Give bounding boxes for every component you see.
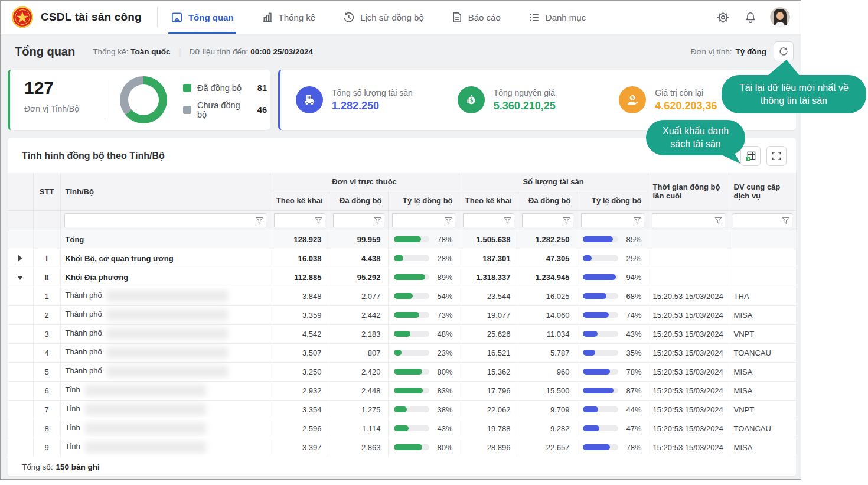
- progress-fill: [394, 331, 411, 337]
- stt-cell: 9: [33, 438, 60, 457]
- progress-label: 25%: [623, 254, 642, 263]
- column-filter: [522, 213, 573, 227]
- progress-track: [394, 331, 429, 337]
- progress-fill: [583, 388, 614, 393]
- filter-funnel-icon[interactable]: [504, 217, 511, 224]
- stt-cell: [33, 230, 60, 249]
- column-filter-input[interactable]: [523, 214, 561, 227]
- units-summary-card: 127 Đơn vị Tỉnh/Bộ Đã đồng bộ 81 Chưa đồ…: [8, 70, 270, 130]
- catalog-icon: [528, 11, 540, 24]
- table-row: 6Tỉnh2.9322.44883%17.79615.50087%15:20:5…: [8, 381, 796, 400]
- asset-count-cell: 19.788: [459, 419, 518, 438]
- subheader: Tổng quan Thống kê: Toàn quốc | Dữ liệu …: [1, 34, 801, 69]
- declared-units-cell: 16.038: [270, 249, 329, 268]
- sync-rate: 48%: [393, 330, 453, 338]
- province-name-cell: Tỉnh: [60, 400, 270, 419]
- expand-cell[interactable]: [8, 249, 33, 268]
- province-name-cell: Thành phố: [60, 324, 270, 343]
- sync-rate: 54%: [393, 292, 453, 301]
- column-filter-input[interactable]: [65, 214, 254, 227]
- column-filter-input[interactable]: [334, 214, 372, 227]
- filter-funnel-icon[interactable]: [782, 217, 789, 224]
- asset-count-cell: 5.787: [518, 343, 577, 362]
- province-name: Tỉnh: [66, 404, 80, 413]
- filter-funnel-icon[interactable]: [256, 217, 263, 224]
- service-provider-cell: MISA: [729, 362, 796, 381]
- province-name: Tổng: [66, 235, 84, 244]
- legend-swatch-green: [183, 84, 191, 92]
- col-sync-rate: Tỷ lệ đồng bộ: [577, 191, 648, 210]
- refresh-button[interactable]: [774, 41, 794, 61]
- progress-label: 28%: [434, 254, 453, 263]
- sync-rate: 80%: [393, 443, 453, 452]
- tab-bao-cao[interactable]: Báo cáo: [451, 1, 501, 34]
- declared-units-cell: 2.596: [270, 419, 329, 438]
- declared-units-cell: 112.885: [270, 268, 329, 287]
- filter-funnel-icon[interactable]: [445, 217, 452, 224]
- tooltip-refresh: Tải lại dữ liệu mới nhất về thông tin tà…: [722, 75, 866, 113]
- column-filter-input[interactable]: [733, 214, 780, 227]
- declared-units-cell: 2.077: [329, 287, 388, 305]
- sync-rate: 78%: [393, 235, 453, 244]
- tab-danh-muc[interactable]: Danh mục: [528, 1, 586, 34]
- stat-value: 1.282.250: [332, 100, 413, 112]
- col-synced: Đã đồng bộ: [329, 191, 388, 210]
- page-title: Tổng quan: [15, 45, 75, 58]
- gear-icon: [716, 11, 730, 24]
- filter-funnel-icon[interactable]: [634, 217, 641, 224]
- fullscreen-button[interactable]: [766, 146, 787, 166]
- sync-rate: 89%: [393, 273, 453, 282]
- column-filter-input[interactable]: [275, 214, 313, 227]
- progress-fill: [394, 444, 422, 450]
- stat-label: Tổng nguyên giá: [494, 88, 556, 97]
- column-filter-input[interactable]: [464, 214, 502, 227]
- collapse-arrow-icon[interactable]: [17, 276, 23, 280]
- top-navbar: CSDL tài sản công Tổng quan Thống kê: [1, 1, 801, 34]
- column-filter-input[interactable]: [582, 214, 632, 227]
- expand-cell[interactable]: [8, 268, 33, 287]
- redacted-name: [107, 366, 228, 377]
- declared-units-cell: 1.275: [329, 400, 388, 419]
- asset-sync-rate-cell: 74%: [577, 305, 648, 324]
- svg-text:$: $: [469, 97, 473, 103]
- tab-lich-su-dong-bo[interactable]: Lịch sử đồng bộ: [342, 1, 424, 34]
- province-name-cell: Thành phố: [60, 362, 270, 381]
- table-row-group: IKhối Bộ, cơ quan trung ương16.0384.4382…: [8, 249, 796, 268]
- progress-track: [583, 444, 618, 450]
- expand-cell: [8, 287, 33, 305]
- expand-arrow-icon[interactable]: [18, 255, 22, 261]
- excel-export-icon: X: [745, 151, 756, 162]
- stt-cell: 8: [33, 419, 60, 438]
- declared-units-cell: 2.183: [329, 324, 388, 343]
- scope-value: Toàn quốc: [130, 47, 170, 56]
- progress-fill: [394, 274, 425, 280]
- tab-thong-ke[interactable]: Thống kê: [261, 1, 316, 34]
- filter-cell: [648, 210, 729, 230]
- filter-funnel-icon[interactable]: [315, 217, 322, 224]
- column-filter-input[interactable]: [393, 214, 443, 227]
- asset-count-cell: 9.282: [518, 419, 577, 438]
- asset-count-cell: 1.282.250: [518, 230, 577, 249]
- column-filter: [652, 213, 725, 227]
- redacted-name: [85, 403, 206, 415]
- units-count: 127: [24, 79, 54, 97]
- filter-cell: [518, 210, 577, 230]
- tab-tong-quan[interactable]: Tổng quan: [171, 1, 234, 34]
- unit-sync-rate-cell: 89%: [388, 268, 459, 287]
- progress-fill: [394, 425, 409, 431]
- user-avatar[interactable]: [770, 7, 790, 27]
- asset-count-cell: 9.709: [518, 400, 577, 419]
- filter-funnel-icon[interactable]: [714, 217, 722, 224]
- unit-sync-rate-cell: 54%: [388, 287, 459, 305]
- column-filter-input[interactable]: [652, 214, 713, 227]
- filter-funnel-icon[interactable]: [374, 217, 381, 224]
- notifications-button[interactable]: [743, 9, 758, 25]
- tab-label: Thống kê: [279, 12, 316, 22]
- asset-count-cell: 22.062: [459, 400, 518, 419]
- filter-funnel-icon[interactable]: [563, 217, 570, 224]
- tooltip-refresh-text: Tải lại dữ liệu mới nhất về thông tin tà…: [730, 82, 858, 107]
- last-sync-time-cell: 15:20:53 15/03/2024: [648, 419, 729, 438]
- asset-sync-rate-cell: 94%: [577, 268, 648, 287]
- settings-button[interactable]: [715, 9, 731, 25]
- export-excel-button[interactable]: X: [740, 146, 761, 166]
